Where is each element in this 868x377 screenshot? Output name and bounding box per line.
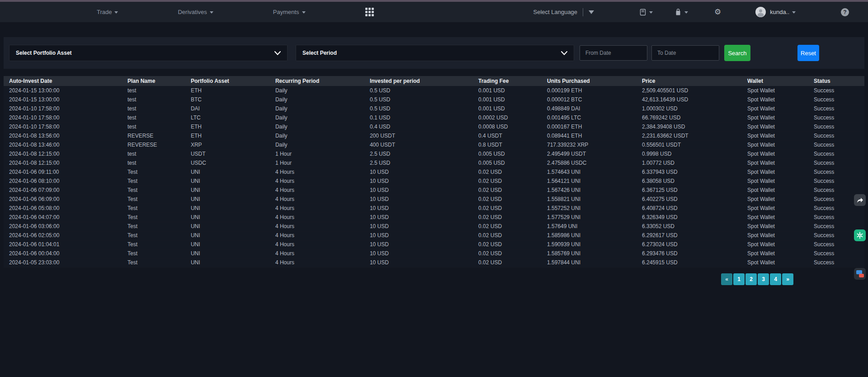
column-header: Trading Fee bbox=[473, 76, 542, 86]
column-header: Invested per period bbox=[364, 76, 473, 86]
table-cell: 0.000199 ETH bbox=[542, 86, 637, 95]
table-cell: 6.408724 USD bbox=[637, 204, 742, 213]
nav-item-payments[interactable]: Payments bbox=[273, 9, 306, 15]
pagination-next-button[interactable]: » bbox=[782, 273, 793, 285]
chatgpt-knot-icon bbox=[856, 232, 863, 239]
orders-book-menu[interactable] bbox=[639, 9, 653, 16]
table-row: 2024-01-06 01:04:01TestUNI4 Hours10 USD0… bbox=[4, 240, 864, 249]
table-cell: 4 Hours bbox=[270, 177, 364, 186]
wallet-bag-menu[interactable] bbox=[675, 8, 688, 16]
table-cell: 10 USD bbox=[364, 186, 473, 195]
table-cell: Spot Wallet bbox=[742, 258, 808, 267]
table-row: 2024-01-08 12:15:00testUSDT1 Hour2.5 USD… bbox=[4, 149, 864, 158]
table-cell: Spot Wallet bbox=[742, 149, 808, 158]
table-cell: 0.5 USD bbox=[364, 95, 473, 104]
pagination-prev-button[interactable]: « bbox=[721, 273, 732, 285]
table-cell: 4 Hours bbox=[270, 231, 364, 240]
table-cell: test bbox=[122, 149, 185, 158]
page-button-2[interactable]: 2 bbox=[745, 273, 757, 285]
to-date-input[interactable] bbox=[651, 45, 719, 61]
table-cell: 0.02 USD bbox=[473, 195, 542, 204]
table-cell: 1.564121 UNI bbox=[542, 177, 637, 186]
table-row: 2024-01-08 12:15:00testUSDC1 Hour2.5 USD… bbox=[4, 158, 864, 167]
table-row: 2024-01-10 17:58:00testDAIDaily0.5 USD0.… bbox=[4, 104, 864, 113]
table-row: 2024-01-06 06:09:00TestUNI4 Hours10 USD0… bbox=[4, 195, 864, 204]
table-cell: 2,509.405501 USD bbox=[637, 86, 742, 95]
table-cell: UNI bbox=[185, 240, 270, 249]
table-cell: 2024-01-08 13:56:00 bbox=[4, 131, 122, 140]
page-button-4[interactable]: 4 bbox=[770, 273, 781, 285]
table-cell: Success bbox=[808, 122, 864, 131]
table-cell: 2024-01-06 06:09:00 bbox=[4, 195, 122, 204]
table-cell: Success bbox=[808, 258, 864, 267]
pagination: « 1234 » bbox=[721, 273, 794, 285]
table-cell: 2024-01-15 13:00:00 bbox=[4, 95, 122, 104]
table-cell: 10 USD bbox=[364, 258, 473, 267]
column-header: Auto-Invest Date bbox=[4, 76, 122, 86]
table-cell: Success bbox=[808, 186, 864, 195]
table-cell: Spot Wallet bbox=[742, 249, 808, 258]
table-cell: 2024-01-06 09:11:00 bbox=[4, 167, 122, 177]
apps-grid-icon[interactable] bbox=[365, 8, 374, 16]
table-cell: Spot Wallet bbox=[742, 186, 808, 195]
user-menu[interactable]: kunda.. bbox=[755, 7, 796, 17]
chatgpt-extension-button[interactable] bbox=[854, 229, 866, 241]
table-cell: Spot Wallet bbox=[742, 158, 808, 167]
table-cell: 6.293476 USD bbox=[637, 249, 742, 258]
language-selector[interactable]: Select Language bbox=[533, 8, 594, 16]
table-row: 2024-01-06 00:04:00TestUNI4 Hours10 USD0… bbox=[4, 249, 864, 258]
table-cell: Spot Wallet bbox=[742, 213, 808, 222]
table-cell: UNI bbox=[185, 249, 270, 258]
nav-item-derivatives[interactable]: Derivatives bbox=[178, 9, 213, 15]
table-cell: ETH bbox=[185, 86, 270, 95]
top-navbar: Trade Derivatives Payments Select Langua… bbox=[0, 2, 868, 22]
table-cell: 4 Hours bbox=[270, 186, 364, 195]
table-cell: Success bbox=[808, 158, 864, 167]
chat-extension-button[interactable] bbox=[854, 268, 866, 280]
table-cell: 0.001495 LTC bbox=[542, 113, 637, 122]
search-button[interactable]: Search bbox=[724, 45, 750, 61]
reset-button[interactable]: Reset bbox=[797, 45, 819, 61]
table-cell: REVERSE bbox=[122, 131, 185, 140]
table-cell: UNI bbox=[185, 177, 270, 186]
from-date-input[interactable] bbox=[580, 45, 647, 61]
table-cell: Test bbox=[122, 167, 185, 177]
chat-bubble-red-icon bbox=[859, 274, 864, 277]
settings-gear-icon[interactable]: ⚙ bbox=[714, 8, 721, 16]
table-cell: 1.597844 UNI bbox=[542, 258, 637, 267]
help-icon[interactable]: ? bbox=[841, 8, 849, 16]
table-cell: 1.567426 UNI bbox=[542, 186, 637, 195]
table-cell: Success bbox=[808, 177, 864, 186]
table-cell: 0.02 USD bbox=[473, 204, 542, 213]
table-cell: 6.337943 USD bbox=[637, 167, 742, 177]
table-cell: Spot Wallet bbox=[742, 231, 808, 240]
table-cell: 2024-01-06 08:10:00 bbox=[4, 177, 122, 186]
period-select[interactable]: Select Period bbox=[296, 45, 574, 61]
page-button-1[interactable]: 1 bbox=[733, 273, 745, 285]
column-header: Wallet bbox=[742, 76, 808, 86]
table-cell: Spot Wallet bbox=[742, 204, 808, 213]
table-cell: Success bbox=[808, 167, 864, 177]
table-cell: Spot Wallet bbox=[742, 167, 808, 177]
nav-item-trade[interactable]: Trade bbox=[97, 9, 118, 15]
table-cell: 1.557252 UNI bbox=[542, 204, 637, 213]
table-cell: UNI bbox=[185, 195, 270, 204]
table-cell: 0.001 USD bbox=[473, 104, 542, 113]
table-cell: Spot Wallet bbox=[742, 86, 808, 95]
table-cell: Test bbox=[122, 204, 185, 213]
nav-trade-label: Trade bbox=[97, 9, 112, 15]
table-cell: 2.495499 USDT bbox=[542, 149, 637, 158]
table-row: 2024-01-06 04:07:00TestUNI4 Hours10 USD0… bbox=[4, 213, 864, 222]
table-row: 2024-01-06 02:05:00TestUNI4 Hours10 USD0… bbox=[4, 231, 864, 240]
table-cell: Test bbox=[122, 249, 185, 258]
table-cell: 0.02 USD bbox=[473, 222, 542, 231]
auto-invest-history-table: Auto-Invest DatePlan NamePortfolio Asset… bbox=[4, 76, 864, 267]
table-cell: 10 USD bbox=[364, 204, 473, 213]
portfolio-asset-select-value: Select Portfolio Asset bbox=[16, 50, 72, 56]
table-cell: 0.02 USD bbox=[473, 258, 542, 267]
page-button-3[interactable]: 3 bbox=[758, 273, 769, 285]
portfolio-asset-select[interactable]: Select Portfolio Asset bbox=[9, 45, 288, 61]
table-cell: Success bbox=[808, 213, 864, 222]
share-extension-button[interactable] bbox=[854, 194, 866, 206]
table-cell: 0.000167 ETH bbox=[542, 122, 637, 131]
